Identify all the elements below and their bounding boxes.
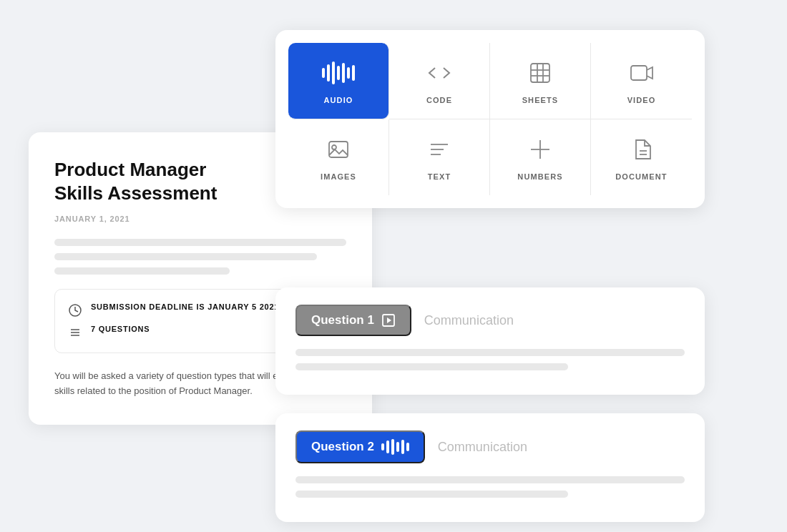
deadline-text: SUBMISSION DEADLINE IS JANUARY 5 2021 AT (91, 302, 293, 311)
question-1-category: Communication (424, 313, 514, 328)
audio-label: AUDIO (324, 96, 353, 104)
q2-skeleton-1 (295, 476, 685, 483)
skeleton-line (54, 267, 230, 275)
images-icon (323, 134, 354, 165)
numbers-icon (524, 134, 556, 165)
question-card-2: Question 2 Communication (275, 413, 705, 522)
svg-point-11 (332, 145, 336, 149)
media-item-audio[interactable]: AUDIO (288, 43, 389, 119)
media-item-numbers[interactable]: NUMBERS (490, 119, 591, 195)
video-label: VIDEO (627, 96, 656, 104)
media-item-sheets[interactable]: SHEETS (490, 43, 591, 119)
list-icon (68, 325, 82, 340)
skeleton-line (54, 239, 346, 246)
media-grid: AUDIO CODE SHEE (288, 43, 692, 195)
text-label: TEXT (428, 172, 451, 181)
numbers-label: NUMBERS (517, 172, 562, 181)
questions-text: 7 QUESTIONS (91, 325, 150, 333)
media-item-text[interactable]: TEXT (389, 119, 490, 195)
q1-skeleton-1 (295, 349, 685, 356)
svg-rect-10 (329, 142, 348, 157)
question-2-button[interactable]: Question 2 (295, 430, 425, 463)
document-label: DOCUMENT (615, 172, 667, 181)
sheets-icon (524, 57, 556, 89)
svg-marker-20 (387, 317, 391, 323)
svg-rect-4 (531, 64, 549, 82)
sheets-label: SHEETS (522, 96, 559, 104)
q1-skeleton-2 (295, 363, 568, 370)
media-item-video[interactable]: VIDEO (591, 43, 692, 119)
code-label: CODE (426, 96, 452, 104)
question-card-1: Question 1 Communication (275, 287, 705, 395)
media-item-code[interactable]: CODE (389, 43, 490, 119)
question-1-label: Question 1 (311, 313, 374, 327)
code-icon (424, 57, 455, 89)
q2-skeleton-2 (295, 491, 568, 498)
question-2-category: Communication (438, 440, 527, 455)
assessment-date: JANUARY 1, 2021 (54, 215, 346, 223)
video-icon (626, 57, 658, 89)
images-label: IMAGES (321, 172, 356, 181)
play-icon (381, 313, 396, 327)
skeleton-line (54, 253, 317, 260)
media-item-images[interactable]: IMAGES (288, 119, 389, 195)
question-1-button[interactable]: Question 1 (295, 305, 411, 336)
question-2-header: Question 2 Communication (295, 430, 685, 463)
document-icon (626, 134, 658, 165)
clock-icon (68, 303, 82, 317)
question-2-label: Question 2 (311, 440, 374, 454)
audio-icon (323, 57, 354, 89)
waveform-icon (381, 439, 409, 455)
svg-rect-9 (631, 66, 647, 80)
media-item-document[interactable]: DOCUMENT (591, 119, 692, 195)
media-type-selector: AUDIO CODE SHEE (275, 30, 705, 208)
text-icon (424, 134, 455, 165)
question-1-header: Question 1 Communication (295, 305, 685, 336)
